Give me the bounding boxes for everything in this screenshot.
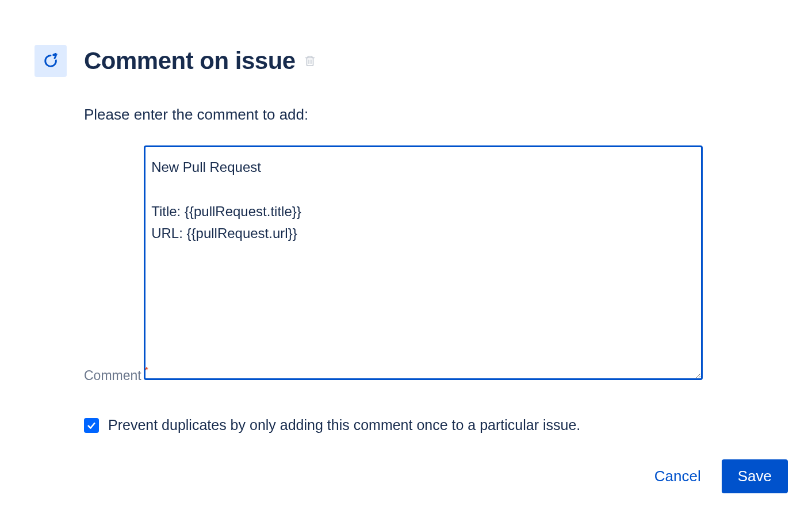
checkbox-label: Prevent duplicates by only adding this c… — [108, 417, 580, 434]
refresh-add-icon — [43, 53, 59, 69]
prevent-duplicates-checkbox[interactable] — [84, 418, 99, 433]
header-row: Comment on issue — [35, 45, 777, 77]
checkmark-icon — [86, 420, 97, 431]
comment-label-text: Comment — [84, 368, 141, 383]
form-content: Please enter the comment to add: Comment… — [84, 106, 777, 434]
cancel-button[interactable]: Cancel — [654, 467, 701, 485]
required-asterisk: * — [144, 366, 148, 376]
checkbox-row: Prevent duplicates by only adding this c… — [84, 417, 777, 434]
footer-buttons: Cancel Save — [654, 459, 788, 493]
trash-icon[interactable] — [304, 54, 316, 68]
page-title: Comment on issue — [84, 47, 296, 75]
action-icon-box — [35, 45, 67, 77]
save-button[interactable]: Save — [722, 459, 788, 493]
title-group: Comment on issue — [84, 47, 316, 75]
form-subtitle: Please enter the comment to add: — [84, 106, 777, 124]
comment-label: Comment * — [84, 368, 141, 383]
comment-textarea[interactable] — [144, 145, 703, 380]
main-container: Comment on issue Please enter the commen… — [0, 0, 812, 457]
